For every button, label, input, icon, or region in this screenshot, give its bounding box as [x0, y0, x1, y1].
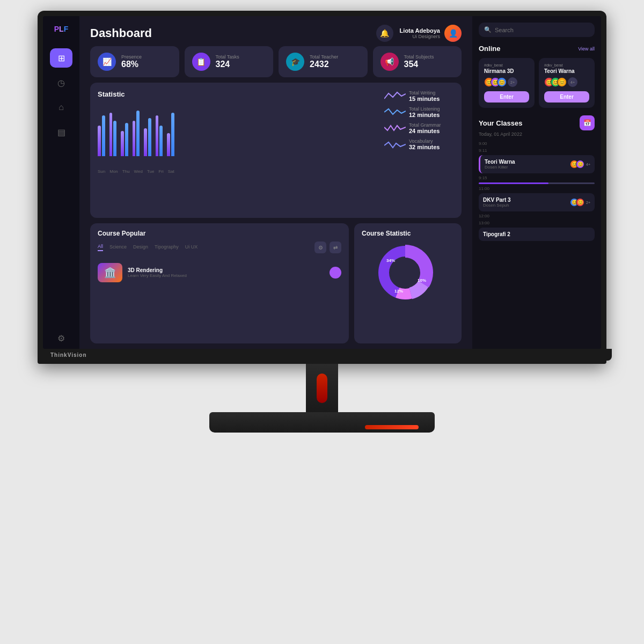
- bar-blue-5: [159, 126, 163, 156]
- clock-icon: ◷: [57, 78, 65, 88]
- stats-row: 📈 Presence 68% 📋 Total Tasks: [79, 46, 472, 83]
- filter-button[interactable]: ⚙: [314, 241, 326, 253]
- grid-icon: ⊞: [58, 53, 65, 63]
- svg-text:34%: 34%: [386, 258, 395, 263]
- graduation-icon: 🎓: [291, 57, 300, 66]
- class-event-tipografi[interactable]: Tipografi 2: [479, 228, 595, 241]
- bar-blue-3: [136, 111, 140, 157]
- bar-label-wed: Wed: [134, 169, 143, 174]
- bar-blue-1: [113, 121, 116, 157]
- bar-blue-2: [125, 123, 128, 156]
- donut-svg: 34% 10% 12%: [370, 241, 445, 301]
- thinkvision-label: ThinkVision: [50, 352, 87, 358]
- progress-fill: [479, 182, 548, 184]
- bar-label-sun: Sun: [98, 169, 105, 174]
- stat-value-presence: 68%: [121, 60, 142, 69]
- tab-science[interactable]: Science: [109, 244, 127, 251]
- legend-writing: Total Writing 15 minutes: [384, 90, 454, 102]
- stat-info-presence: Presence 68%: [121, 54, 142, 69]
- class-event-dkv[interactable]: DKV Part 3 Dosen Sepuh 😊 😊 2+: [479, 193, 595, 211]
- class-info-tipografi: Tipografi 2: [483, 231, 510, 237]
- chart-header: Statistic SunMonThuWedTueFriSat: [98, 90, 454, 174]
- header-right: 🔔 Liota Adeboya Ui Designers 👤: [376, 25, 462, 42]
- chart-card: Statistic SunMonThuWedTueFriSat: [90, 83, 462, 218]
- tab-design[interactable]: Design: [133, 244, 148, 251]
- bar-purple-2: [121, 131, 124, 157]
- sidebar-item-schedule[interactable]: ◷: [50, 73, 72, 92]
- tasks-icon-wrap: 📋: [192, 53, 210, 71]
- home-icon: ⌂: [58, 103, 64, 112]
- chart-title: Statistic: [98, 90, 174, 98]
- view-all-link[interactable]: View all: [578, 46, 595, 52]
- tab-tipography[interactable]: Tipography: [155, 244, 179, 251]
- sidebar-item-courses[interactable]: ▤: [50, 122, 72, 142]
- online-tag-1: #dkv_berat: [484, 63, 529, 67]
- tab-all[interactable]: All: [98, 244, 103, 251]
- bar-label-tue: Tue: [147, 169, 155, 174]
- wave-grammar-icon: [384, 123, 406, 134]
- progress-bar: [479, 182, 595, 184]
- class-avatar-dkv-2: 😊: [576, 198, 584, 207]
- monitor-brand-bar: ThinkVision: [43, 349, 612, 361]
- search-input[interactable]: [495, 27, 589, 33]
- donut-chart: 34% 10% 12%: [362, 241, 454, 301]
- avatar-count-1: 2+: [508, 77, 517, 87]
- bar-group-fri: [156, 103, 163, 156]
- sidebar-item-dashboard[interactable]: ⊞: [50, 48, 72, 68]
- legend-listening: Total Listening 12 minutes: [384, 106, 454, 118]
- svg-text:10%: 10%: [418, 278, 426, 283]
- course-actions: ⚙ ⇄: [314, 241, 341, 253]
- class-avatar-count-2: 2+: [586, 201, 590, 204]
- monitor-bezel: PLF ⊞ ◷ ⌂ ▤ ⚙: [38, 11, 606, 364]
- subjects-icon-wrap: 📢: [380, 53, 399, 71]
- calendar-button[interactable]: 📅: [580, 115, 595, 130]
- main-content: Dashboard 🔔 Liota Adeboya Ui Designers 👤: [79, 16, 472, 349]
- sidebar-item-home[interactable]: ⌂: [50, 98, 72, 117]
- enter-button-1[interactable]: Enter: [484, 91, 529, 103]
- notification-bell[interactable]: 🔔: [376, 25, 393, 42]
- class-name-dkv: DKV Part 3: [483, 197, 511, 203]
- sidebar-item-settings[interactable]: ⚙: [50, 328, 72, 348]
- monitor-base: [209, 412, 435, 433]
- online-cards: #dkv_berat Nirmana 3D 😊 😊 😊 2+ Enter #dk…: [479, 58, 595, 108]
- bar-purple-3: [133, 121, 136, 157]
- user-text: Liota Adeboya Ui Designers: [400, 27, 440, 39]
- bar-group-wed: [133, 103, 140, 156]
- online-card-nirmana: #dkv_berat Nirmana 3D 😊 😊 😊 2+ Enter: [479, 58, 535, 108]
- svg-point-4: [391, 259, 419, 287]
- bar-chart: [98, 103, 174, 167]
- right-panel: 🔍 Online View all #dkv_berat Nirmana 3D …: [472, 16, 601, 349]
- bar-group-sat: [167, 103, 174, 156]
- time-label-1100: 11:00: [479, 186, 595, 191]
- base-accent: [365, 425, 419, 429]
- logo: PLF: [43, 25, 79, 33]
- online-course-name-1: Nirmana 3D: [484, 68, 529, 74]
- class-name-tipografi: Tipografi 2: [483, 231, 510, 237]
- bar-purple-6: [167, 133, 170, 156]
- megaphone-icon: 📢: [385, 57, 394, 66]
- search-bar: 🔍: [479, 23, 595, 37]
- course-popular-title: Course Popular: [98, 230, 341, 237]
- tab-uiux[interactable]: Ui UX: [185, 244, 198, 251]
- online-tag-2: #dkv_berat: [544, 63, 589, 67]
- legend-vocabulary: Vocabulary 32 minutes: [384, 138, 454, 150]
- content-area: Statistic SunMonThuWedTueFriSat: [79, 83, 472, 349]
- bar-blue-0: [102, 115, 105, 156]
- user-info: Liota Adeboya Ui Designers 👤: [400, 25, 462, 42]
- sort-button[interactable]: ⇄: [330, 241, 341, 253]
- class-event-teori[interactable]: Teori Warna Dosen Killer 😊 😊 4+: [479, 155, 595, 173]
- sidebar: PLF ⊞ ◷ ⌂ ▤ ⚙: [43, 16, 79, 349]
- course-popular-card: Course Popular All Science Design Tipogr…: [90, 223, 349, 343]
- bar-blue-6: [171, 113, 174, 156]
- legend-writing-label: Total Writing: [409, 90, 440, 96]
- course-tabs: All Science Design Tipography Ui UX ⚙ ⇄: [98, 241, 341, 253]
- stat-label-presence: Presence: [121, 54, 142, 60]
- teacher-icon-wrap: 🎓: [286, 53, 304, 71]
- enter-button-2[interactable]: Enter: [544, 91, 589, 103]
- class-avatar-2: 😊: [576, 160, 584, 169]
- classes-section: Your Classes 📅 Today, 01 April 2022 9:00…: [479, 115, 595, 342]
- stat-card-subjects: 📢 Total Subjects 354: [373, 46, 462, 77]
- bar-purple-1: [109, 113, 113, 156]
- legend-listening-label: Total Listening: [409, 106, 440, 112]
- bar-group-mon: [109, 103, 117, 156]
